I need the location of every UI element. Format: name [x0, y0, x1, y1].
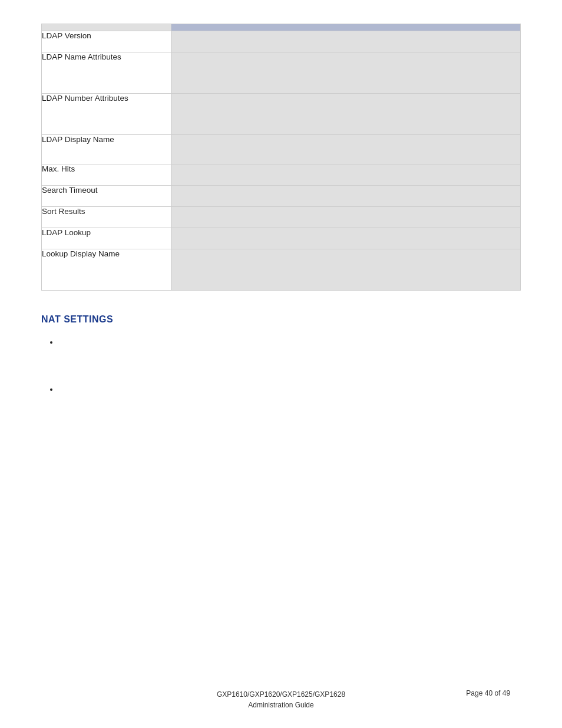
list-item	[59, 384, 521, 396]
table-row: LDAP Name Attributes	[42, 52, 521, 94]
nat-settings-heading: NAT SETTINGS	[41, 314, 521, 325]
table-row: Max. Hits	[42, 164, 521, 186]
table-row: Search Timeout	[42, 186, 521, 207]
ldap-display-name-value	[171, 135, 521, 164]
table-row: LDAP Lookup	[42, 228, 521, 249]
list-item	[59, 337, 521, 348]
ldap-name-attributes-value	[171, 52, 521, 94]
sort-results-value	[171, 207, 521, 228]
table-row: LDAP Number Attributes	[42, 94, 521, 135]
search-timeout-value	[171, 186, 521, 207]
max-hits-value	[171, 164, 521, 186]
ldap-version-label: LDAP Version	[42, 31, 171, 52]
nat-settings-section: NAT SETTINGS	[41, 314, 521, 396]
sort-results-label: Sort Results	[42, 207, 171, 228]
footer-page: Page 40 of 49	[392, 689, 510, 697]
lookup-display-name-label: Lookup Display Name	[42, 249, 171, 291]
ldap-version-value	[171, 31, 521, 52]
lookup-display-name-value	[171, 249, 521, 291]
table-row: Sort Results	[42, 207, 521, 228]
ldap-display-name-label: LDAP Display Name	[42, 135, 171, 164]
footer-center: GXP1610/GXP1620/GXP1625/GXP1628 Administ…	[217, 689, 345, 710]
page-footer: GXP1610/GXP1620/GXP1625/GXP1628 Administ…	[0, 689, 562, 710]
ldap-name-attributes-label: LDAP Name Attributes	[42, 52, 171, 94]
nat-bullet-list	[59, 337, 521, 396]
max-hits-label: Max. Hits	[42, 164, 171, 186]
ldap-settings-table: LDAP Version LDAP Name Attributes LDAP N…	[41, 24, 521, 291]
footer-guide: Administration Guide	[217, 700, 345, 710]
table-row: LDAP Version	[42, 31, 521, 52]
ldap-number-attributes-label: LDAP Number Attributes	[42, 94, 171, 135]
table-row: Lookup Display Name	[42, 249, 521, 291]
ldap-number-attributes-value	[171, 94, 521, 135]
footer-model: GXP1610/GXP1620/GXP1625/GXP1628	[217, 689, 345, 700]
ldap-lookup-label: LDAP Lookup	[42, 228, 171, 249]
header-label-cell	[42, 24, 171, 31]
header-value-cell	[171, 24, 521, 31]
table-header-row	[42, 24, 521, 31]
table-row: LDAP Display Name	[42, 135, 521, 164]
ldap-lookup-value	[171, 228, 521, 249]
search-timeout-label: Search Timeout	[42, 186, 171, 207]
